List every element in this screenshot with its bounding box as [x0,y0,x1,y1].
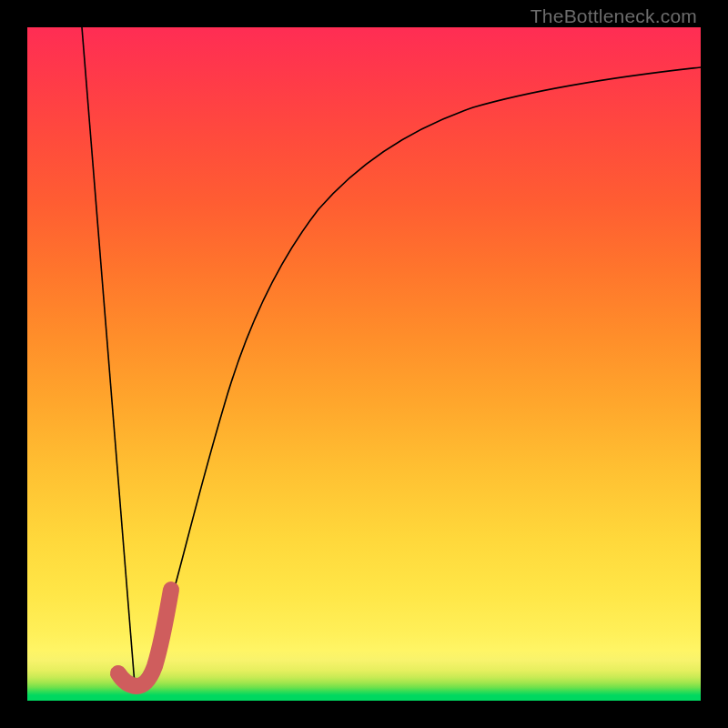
chart-svg [27,27,701,701]
right-curve-line [135,67,701,684]
chart-frame: TheBottleneck.com [0,0,728,728]
left-descent-line [82,27,135,684]
plot-area [27,27,701,701]
watermark-label: TheBottleneck.com [531,5,697,27]
red-marker-hook [118,590,171,686]
